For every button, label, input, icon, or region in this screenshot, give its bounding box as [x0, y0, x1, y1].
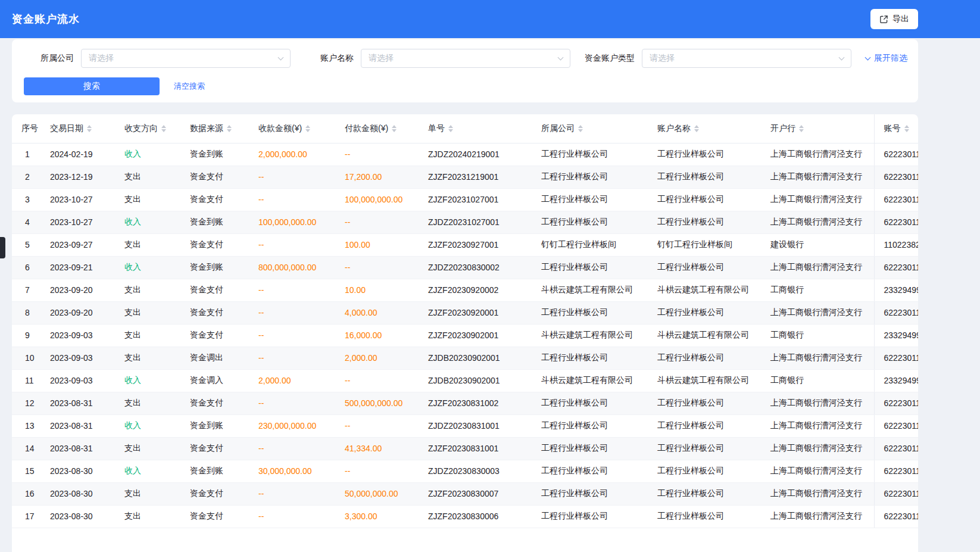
- cell-order: ZJDZ20230830002: [419, 256, 532, 279]
- cell-number: 622230111: [874, 482, 918, 505]
- table-row[interactable]: 112023-09-03收入资金调入2,000.00--ZJDB20230902…: [12, 369, 918, 392]
- table-row[interactable]: 62023-09-21收入资金到账800,000,000.00--ZJDZ202…: [12, 256, 918, 279]
- cell-source: 资金到账: [180, 143, 249, 166]
- clear-search-link[interactable]: 清空搜索: [174, 81, 205, 92]
- cell-receive: --: [249, 279, 335, 301]
- table-row[interactable]: 102023-09-03支出资金调出--2,000.00ZJDB20230902…: [12, 347, 918, 369]
- cell-account: 工程行业样板公司: [648, 392, 761, 414]
- table-row[interactable]: 152023-08-30收入资金到账30,000,000.00--ZJDZ202…: [12, 460, 918, 482]
- cell-receive: --: [249, 482, 335, 505]
- table-row[interactable]: 52023-09-27支出资金支付--100.00ZJZF20230927001…: [12, 233, 918, 256]
- cell-account: 工程行业样板公司: [648, 437, 761, 460]
- cell-account: 工程行业样板公司: [648, 143, 761, 166]
- column-header-pay[interactable]: 付款金额(¥): [335, 114, 419, 143]
- cell-direction: 收入: [115, 460, 180, 482]
- table-row[interactable]: 82023-09-20支出资金支付--4,000.00ZJZF202309200…: [12, 301, 918, 324]
- sort-icon[interactable]: [87, 125, 92, 132]
- cell-receive: 2,000.00: [249, 369, 335, 392]
- column-header-number[interactable]: 账号: [874, 114, 918, 143]
- export-icon: [879, 15, 888, 24]
- export-button[interactable]: 导出: [870, 9, 918, 29]
- cell-order: ZJZF20230902001: [419, 324, 532, 347]
- cell-source: 资金支付: [180, 188, 249, 211]
- cell-order: ZJDZ20230830003: [419, 460, 532, 482]
- cell-pay: 41,334.00: [335, 437, 419, 460]
- cell-account: 斗栱云建筑工程有限公司: [648, 324, 761, 347]
- cell-bank: 工商银行: [761, 279, 874, 301]
- cell-receive: 30,000,000.00: [249, 460, 335, 482]
- cell-no: 3: [12, 188, 40, 211]
- table-row[interactable]: 162023-08-30支出资金支付--50,000,000.00ZJZF202…: [12, 482, 918, 505]
- cell-account: 工程行业样板公司: [648, 482, 761, 505]
- table-row[interactable]: 142023-08-31支出资金支付--41,334.00ZJZF2023083…: [12, 437, 918, 460]
- column-header-receive[interactable]: 收款金额(¥): [249, 114, 335, 143]
- cell-date: 2023-09-03: [40, 347, 115, 369]
- column-label-account: 账户名称: [657, 123, 691, 134]
- sort-icon[interactable]: [578, 125, 583, 132]
- table-row[interactable]: 12024-02-19收入资金到账2,000,000.00--ZJDZ20240…: [12, 143, 918, 166]
- column-header-date[interactable]: 交易日期: [40, 114, 115, 143]
- table-row[interactable]: 172023-08-30支出资金支付--3,300.00ZJZF20230830…: [12, 505, 918, 528]
- cell-no: 16: [12, 482, 40, 505]
- table-row[interactable]: 92023-09-03支出资金支付--16,000.00ZJZF20230902…: [12, 324, 918, 347]
- export-button-label: 导出: [892, 14, 909, 24]
- cell-source: 资金支付: [180, 279, 249, 301]
- column-header-no[interactable]: 序号: [12, 114, 40, 143]
- cell-order: ZJDZ20240219001: [419, 143, 532, 166]
- cell-direction: 支出: [115, 505, 180, 528]
- company-select[interactable]: 请选择: [81, 49, 291, 68]
- sort-icon[interactable]: [799, 125, 804, 132]
- cell-direction: 收入: [115, 256, 180, 279]
- cell-bank: 上海工商银行漕河泾支行: [761, 460, 874, 482]
- sort-icon[interactable]: [904, 125, 909, 132]
- cell-source: 资金支付: [180, 437, 249, 460]
- sort-icon[interactable]: [227, 125, 232, 132]
- cell-bank: 上海工商银行漕河泾支行: [761, 301, 874, 324]
- sort-icon[interactable]: [305, 125, 310, 132]
- cell-pay: 50,000,000.00: [335, 482, 419, 505]
- cell-company: 工程行业样板公司: [532, 166, 648, 188]
- table-row[interactable]: 22023-12-19支出资金支付--17,200.00ZJZF20231219…: [12, 166, 918, 188]
- cell-date: 2023-09-21: [40, 256, 115, 279]
- account-name-filter: 账户名称 请选择: [320, 49, 570, 68]
- cell-date: 2023-08-30: [40, 460, 115, 482]
- column-header-order[interactable]: 单号: [419, 114, 532, 143]
- sort-icon[interactable]: [448, 125, 453, 132]
- cell-company: 工程行业样板公司: [532, 437, 648, 460]
- cell-direction: 支出: [115, 437, 180, 460]
- table-row[interactable]: 122023-08-31支出资金支付--500,000,000.00ZJZF20…: [12, 392, 918, 414]
- cell-pay: 3,300.00: [335, 505, 419, 528]
- cell-date: 2023-08-31: [40, 392, 115, 414]
- cell-receive: 800,000,000.00: [249, 256, 335, 279]
- cell-account: 工程行业样板公司: [648, 460, 761, 482]
- cell-order: ZJZF20230831001: [419, 437, 532, 460]
- cell-number: 622230111: [874, 188, 918, 211]
- sort-icon[interactable]: [392, 125, 397, 132]
- column-header-direction[interactable]: 收支方向: [115, 114, 180, 143]
- account-type-select-placeholder: 请选择: [650, 53, 675, 64]
- table-row[interactable]: 72023-09-20支出资金支付--10.00ZJZF20230920002斗…: [12, 279, 918, 301]
- cell-account: 工程行业样板公司: [648, 414, 761, 437]
- account-type-select[interactable]: 请选择: [642, 49, 851, 68]
- cell-direction: 支出: [115, 347, 180, 369]
- drawer-handle[interactable]: [0, 237, 5, 258]
- table-row[interactable]: 132023-08-31收入资金到账230,000,000.00--ZJDZ20…: [12, 414, 918, 437]
- table-row[interactable]: 42023-10-27收入资金到账100,000,000.00--ZJDZ202…: [12, 211, 918, 233]
- account-name-select[interactable]: 请选择: [361, 49, 570, 68]
- search-button[interactable]: 搜索: [24, 77, 160, 95]
- cell-source: 资金支付: [180, 392, 249, 414]
- cell-no: 7: [12, 279, 40, 301]
- cell-account: 工程行业样板公司: [648, 256, 761, 279]
- cell-date: 2023-08-30: [40, 482, 115, 505]
- sort-icon[interactable]: [161, 125, 166, 132]
- table-row[interactable]: 32023-10-27支出资金支付--100,000,000.00ZJZF202…: [12, 188, 918, 211]
- cell-number: 622230111: [874, 143, 918, 166]
- column-header-account[interactable]: 账户名称: [648, 114, 761, 143]
- column-header-bank[interactable]: 开户行: [761, 114, 874, 143]
- cell-bank: 上海工商银行漕河泾支行: [761, 188, 874, 211]
- column-header-company[interactable]: 所属公司: [532, 114, 648, 143]
- cell-number: 622230111: [874, 437, 918, 460]
- sort-icon[interactable]: [694, 125, 699, 132]
- expand-filter-link[interactable]: 展开筛选: [866, 53, 907, 64]
- column-header-source[interactable]: 数据来源: [180, 114, 249, 143]
